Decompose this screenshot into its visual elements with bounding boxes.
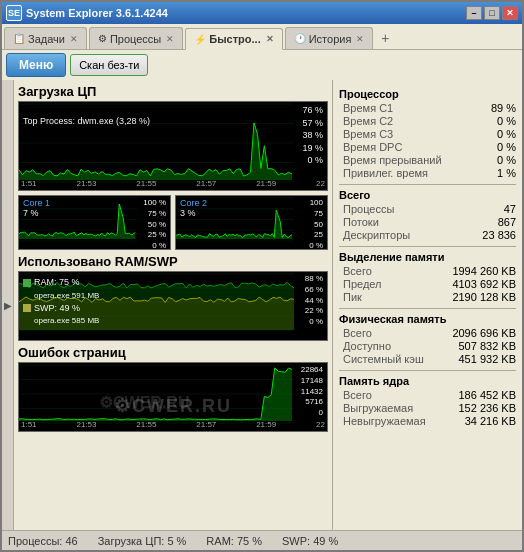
phys-total-label: Всего — [343, 327, 372, 339]
core2-l3: 25 — [309, 230, 323, 241]
alloc-total-label: Всего — [343, 265, 372, 277]
tab-quick[interactable]: ⚡ Быстро... ✕ — [185, 28, 282, 50]
physical-title: Физическая память — [339, 313, 516, 325]
core1-l0: 100 % — [143, 198, 166, 209]
app-icon: SE — [6, 5, 22, 21]
phys-cache-label: Системный кэш — [343, 353, 424, 365]
minimize-button[interactable]: – — [466, 6, 482, 20]
alloc-total-value: 1994 260 KB — [452, 265, 516, 277]
ram-l3: 22 % — [305, 306, 323, 317]
row-priv: Привилег. время1 % — [339, 167, 516, 180]
alloc-peak-label: Пик — [343, 291, 362, 303]
row-kern-paged: Выгружаемая152 236 KB — [339, 402, 516, 415]
main-window: SE System Explorer 3.6.1.4244 – □ ✕ 📋 За… — [0, 0, 524, 552]
tab-tasks[interactable]: 📋 Задачи ✕ — [4, 27, 87, 49]
history-tab-close[interactable]: ✕ — [356, 34, 364, 44]
scroll-arrow[interactable]: ▶ — [2, 80, 14, 530]
row-threads: Потоки867 — [339, 216, 516, 229]
dpc-value: 0 % — [497, 141, 516, 153]
status-ram: RAM: 75 % — [206, 535, 262, 547]
tab-history[interactable]: 🕐 История ✕ — [285, 27, 374, 49]
core-charts-row: Core 1 7 % 100 % 75 % 50 % 25 % 0 % Core… — [18, 195, 328, 250]
intr-label: Время прерываний — [343, 154, 442, 166]
cpu-time-3: 21:57 — [196, 179, 216, 188]
pages-time-3: 21:57 — [196, 420, 216, 429]
cpu-main-chart: 76 % 57 % 38 % 19 % 0 % Top Process: dwm… — [18, 101, 328, 191]
row-alloc-total: Всего1994 260 KB — [339, 265, 516, 278]
physical-section: Физическая память Всего2096 696 KB Досту… — [339, 313, 516, 366]
cpu-process-label: Top Process: dwm.exe (3,28 %) — [23, 116, 150, 126]
processor-title: Процессор — [339, 88, 516, 100]
c1-value: 89 % — [491, 102, 516, 114]
swp-color — [23, 304, 31, 312]
alloc-peak-value: 2190 128 KB — [452, 291, 516, 303]
tab-processes[interactable]: ⚙ Процессы ✕ — [89, 27, 183, 49]
ram-chart: RAM: 75 % opera.exe 591 MB SWP: 49 % ope… — [18, 271, 328, 341]
status-bar: Процессы: 46 Загрузка ЦП: 5 % RAM: 75 % … — [2, 530, 522, 550]
maximize-button[interactable]: □ — [484, 6, 500, 20]
allocation-section: Выделение памяти Всего1994 260 KB Предел… — [339, 251, 516, 304]
ram-right-labels: 88 % 66 % 44 % 22 % 0 % — [305, 274, 323, 328]
handles-label: Дескрипторы — [343, 229, 410, 241]
tasks-tab-icon: 📋 — [13, 33, 25, 44]
c3-label: Время С3 — [343, 128, 393, 140]
core2-percent: 3 % — [180, 208, 196, 218]
pages-time-0: 1:51 — [21, 420, 37, 429]
tabs-bar: 📋 Задачи ✕ ⚙ Процессы ✕ ⚡ Быстро... ✕ 🕐 … — [2, 24, 522, 50]
swp-legend-item: SWP: 49 % — [23, 302, 99, 316]
core2-label: Core 2 3 % — [180, 198, 207, 218]
core1-l2: 50 % — [143, 220, 166, 231]
close-button[interactable]: ✕ — [502, 6, 518, 20]
ram-label: RAM: 75 % — [34, 276, 80, 290]
pages-chart: 22864 17148 11432 5716 0 1:51 21:53 21:5… — [18, 362, 328, 432]
ram-section-title: Использовано RAM/SWP — [18, 254, 328, 269]
cpu-label-57: 57 % — [302, 117, 323, 130]
swp-label: SWP: 49 % — [34, 302, 80, 316]
kern-nonpaged-label: Невыгружаемая — [343, 415, 426, 427]
priv-label: Привилег. время — [343, 167, 428, 179]
ram-l0: 88 % — [305, 274, 323, 285]
kern-nonpaged-value: 34 216 KB — [465, 415, 516, 427]
quick-tab-icon: ⚡ — [194, 34, 206, 45]
tasks-tab-close[interactable]: ✕ — [70, 34, 78, 44]
pages-time-4: 21:59 — [256, 420, 276, 429]
pages-time-1: 21:53 — [76, 420, 96, 429]
ram-color — [23, 279, 31, 287]
core2-right-labels: 100 75 50 25 0 % — [309, 198, 323, 250]
core2-chart: Core 2 3 % 100 75 50 25 0 % — [175, 195, 328, 250]
scan-button[interactable]: Скан без-ти — [70, 54, 148, 76]
status-cpu: Загрузка ЦП: 5 % — [98, 535, 187, 547]
ram-l2: 44 % — [305, 296, 323, 307]
cpu-label-0: 0 % — [302, 154, 323, 167]
processes-label: Процессы — [343, 203, 394, 215]
kern-total-value: 186 452 KB — [459, 389, 517, 401]
cpu-chart-times: 1:51 21:53 21:55 21:57 21:59 22 — [19, 179, 327, 188]
priv-value: 1 % — [497, 167, 516, 179]
ram-l1: 66 % — [305, 285, 323, 296]
c2-label: Время С2 — [343, 115, 393, 127]
processes-tab-close[interactable]: ✕ — [166, 34, 174, 44]
c2-value: 0 % — [497, 115, 516, 127]
core1-l4: 0 % — [143, 241, 166, 250]
kernel-section: Память ядра Всего186 452 KB Выгружаемая1… — [339, 375, 516, 428]
pages-l1: 17148 — [301, 376, 323, 387]
processes-value: 47 — [504, 203, 516, 215]
c3-value: 0 % — [497, 128, 516, 140]
menu-bar: Меню Скан без-ти — [2, 50, 522, 80]
quick-tab-close[interactable]: ✕ — [266, 34, 274, 44]
pages-time-2: 21:55 — [136, 420, 156, 429]
cpu-section-title: Загрузка ЦП — [18, 84, 328, 99]
menu-button[interactable]: Меню — [6, 53, 66, 77]
kern-paged-label: Выгружаемая — [343, 402, 413, 414]
total-section: Всего Процессы47 Потоки867 Дескрипторы23… — [339, 189, 516, 242]
row-phys-avail: Доступно507 832 KB — [339, 340, 516, 353]
phys-cache-value: 451 932 KB — [459, 353, 517, 365]
add-tab-button[interactable]: + — [375, 27, 395, 49]
processor-section: Процессор Время С189 % Время С20 % Время… — [339, 88, 516, 180]
row-alloc-limit: Предел4103 692 KB — [339, 278, 516, 291]
kern-total-label: Всего — [343, 389, 372, 401]
dpc-label: Время DPC — [343, 141, 402, 153]
row-intr: Время прерываний0 % — [339, 154, 516, 167]
pages-chart-times: 1:51 21:53 21:55 21:57 21:59 22 — [19, 420, 327, 429]
swp-process: opera.exe 585 MB — [23, 315, 99, 327]
